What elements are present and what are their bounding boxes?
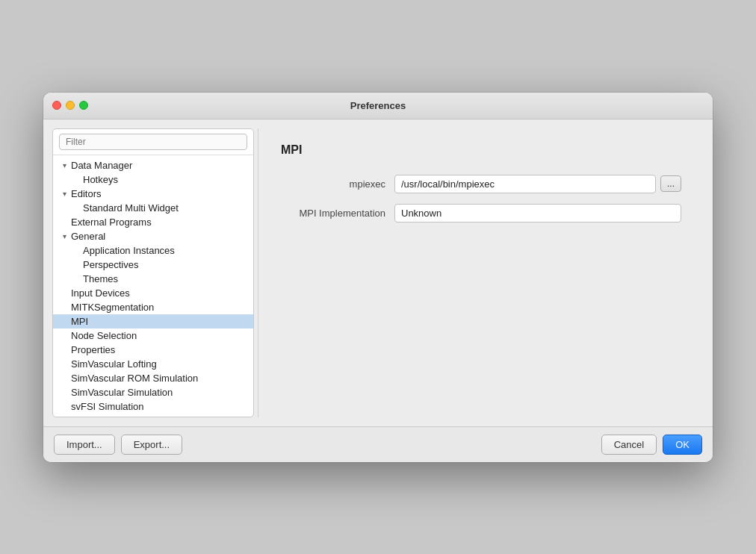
tree-item-label: Input Devices: [71, 287, 130, 299]
spacer-icon: [59, 373, 69, 383]
tree-item-label: MITKSegmentation: [71, 302, 154, 313]
mpi-impl-value: Unknown: [394, 204, 681, 222]
tree-item-mitk-segmentation[interactable]: MITKSegmentation: [53, 300, 253, 314]
window-title: Preferences: [350, 100, 406, 111]
spacer-icon: [59, 401, 69, 411]
tree-item-label: Properties: [71, 344, 115, 355]
tree-item-label: SimVascular Simulation: [71, 387, 173, 398]
filter-bar: [53, 129, 253, 155]
spacer-icon: [59, 387, 69, 397]
spacer-icon: [71, 259, 81, 270]
browse-button[interactable]: ...: [660, 175, 681, 192]
import-button[interactable]: Import...: [54, 435, 115, 455]
spacer-icon: [59, 316, 69, 326]
tree-item-input-devices[interactable]: Input Devices: [53, 286, 253, 300]
footer-left: Import... Export...: [54, 435, 182, 455]
tree-item-label: SimVascular Lofting: [71, 358, 157, 370]
close-button[interactable]: [52, 101, 61, 110]
tree-item-label: Data Manager: [71, 160, 132, 171]
mpiexec-row: mpiexec ...: [281, 175, 681, 193]
tree-item-simvascular-lofting[interactable]: SimVascular Lofting: [53, 357, 253, 371]
tree-item-svfsi-simulation[interactable]: svFSI Simulation: [53, 399, 253, 414]
main-panel: MPI mpiexec ... MPI Implementation Unkno…: [258, 128, 704, 417]
resize-handle[interactable]: [254, 128, 258, 417]
mpiexec-input[interactable]: [394, 175, 656, 193]
spacer-icon: [71, 174, 81, 184]
maximize-button[interactable]: [79, 101, 88, 110]
spacer-icon: [59, 287, 69, 298]
spacer-icon: [71, 245, 81, 255]
export-button[interactable]: Export...: [121, 435, 182, 455]
spacer-icon: [59, 302, 69, 312]
tree-item-label: Application Instances: [83, 245, 175, 256]
tree-item-editors[interactable]: ▾Editors: [53, 187, 253, 201]
tree-item-themes[interactable]: Themes: [53, 272, 253, 286]
tree-item-hotkeys[interactable]: Hotkeys: [53, 172, 253, 187]
tree-item-perspectives[interactable]: Perspectives: [53, 258, 253, 272]
traffic-lights: [52, 101, 88, 110]
tree-item-label: Perspectives: [83, 259, 138, 270]
spacer-icon: [59, 358, 69, 369]
preferences-window: Preferences ▾Data ManagerHotkeys▾Editors…: [43, 93, 713, 462]
collapse-icon: ▾: [59, 231, 69, 241]
tree-item-data-manager[interactable]: ▾Data Manager: [53, 158, 253, 172]
tree-item-label: Node Selection: [71, 330, 137, 341]
tree-item-label: Editors: [71, 188, 101, 199]
mpiexec-label: mpiexec: [281, 178, 385, 190]
footer: Import... Export... Cancel OK: [43, 426, 713, 462]
spacer-icon: [59, 330, 69, 340]
tree-item-simvascular-rom-simulation[interactable]: SimVascular ROM Simulation: [53, 371, 253, 385]
titlebar: Preferences: [43, 93, 713, 119]
collapse-icon: ▾: [59, 160, 69, 170]
spacer-icon: [59, 217, 69, 227]
cancel-button[interactable]: Cancel: [601, 435, 657, 455]
tree-item-mpi[interactable]: MPI: [53, 314, 253, 329]
mpi-impl-row: MPI Implementation Unknown: [281, 204, 681, 222]
tree-item-external-programs[interactable]: External Programs: [53, 215, 253, 229]
spacer-icon: [71, 202, 81, 213]
tree-item-label: Hotkeys: [83, 174, 118, 185]
footer-right: Cancel OK: [601, 435, 702, 455]
minimize-button[interactable]: [66, 101, 75, 110]
ok-button[interactable]: OK: [663, 435, 702, 455]
tree-item-standard-multi-widget[interactable]: Standard Multi Widget: [53, 201, 253, 215]
mpi-impl-label: MPI Implementation: [281, 208, 385, 219]
sidebar: ▾Data ManagerHotkeys▾EditorsStandard Mul…: [52, 128, 254, 417]
tree-item-simvascular-simulation[interactable]: SimVascular Simulation: [53, 385, 253, 399]
tree-item-label: External Programs: [71, 217, 152, 228]
tree-item-general[interactable]: ▾General: [53, 229, 253, 243]
main-content: ▾Data ManagerHotkeys▾EditorsStandard Mul…: [43, 119, 713, 426]
tree: ▾Data ManagerHotkeys▾EditorsStandard Mul…: [53, 155, 253, 417]
tree-item-node-selection[interactable]: Node Selection: [53, 329, 253, 343]
spacer-icon: [59, 344, 69, 355]
tree-item-application-instances[interactable]: Application Instances: [53, 243, 253, 258]
panel-title: MPI: [281, 143, 681, 157]
tree-item-label: SimVascular ROM Simulation: [71, 373, 198, 384]
spacer-icon: [71, 273, 81, 284]
tree-item-label: Standard Multi Widget: [83, 202, 179, 214]
tree-item-properties[interactable]: Properties: [53, 343, 253, 357]
tree-item-label: General: [71, 231, 105, 242]
tree-item-label: Themes: [83, 273, 118, 284]
tree-item-label: svFSI Simulation: [71, 401, 144, 412]
collapse-icon: ▾: [59, 188, 69, 199]
filter-input[interactable]: [59, 134, 247, 150]
tree-item-label: MPI: [71, 316, 88, 327]
